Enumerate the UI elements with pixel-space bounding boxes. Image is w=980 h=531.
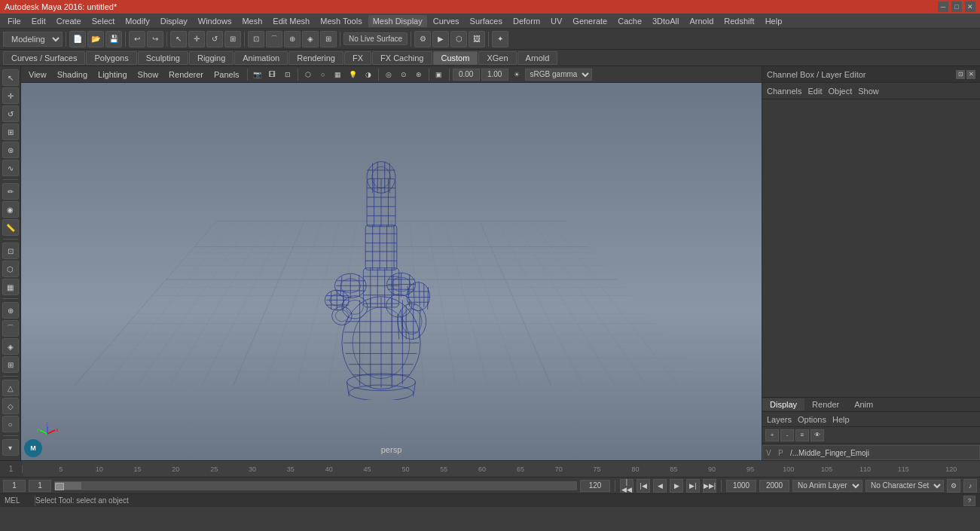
- vp-shadow-btn[interactable]: ◑: [362, 68, 375, 81]
- lt-universal-button[interactable]: ⊛: [2, 142, 19, 158]
- panel-float-button[interactable]: ⊡: [956, 70, 965, 79]
- lt-sculpt-button[interactable]: ◉: [2, 201, 19, 218]
- snap-point-button[interactable]: ⊕: [284, 31, 301, 47]
- lt-soft-button[interactable]: ∿: [2, 160, 19, 176]
- tab-sculpting[interactable]: Sculpting: [138, 51, 188, 65]
- menu-uv[interactable]: UV: [546, 15, 566, 27]
- lt-extra-2[interactable]: ◇: [2, 398, 19, 414]
- menu-mesh-display[interactable]: Mesh Display: [368, 15, 427, 27]
- tab-fx[interactable]: FX: [344, 51, 371, 65]
- timeline-ruler[interactable]: 5 10 15 20 25 30 35 40 45 50 55 60 65 70…: [23, 461, 980, 477]
- tab-polygons[interactable]: Polygons: [86, 51, 136, 65]
- vp-gamma-toggle[interactable]: ☀: [510, 68, 524, 81]
- playback-progress[interactable]: [54, 481, 577, 490]
- vp-camera-btn[interactable]: 📷: [251, 68, 264, 81]
- vp-xray-btn[interactable]: ⊙: [397, 68, 411, 81]
- menu-edit[interactable]: Edit: [27, 15, 50, 27]
- vp-menu-renderer[interactable]: Renderer: [164, 69, 208, 81]
- menu-file[interactable]: File: [3, 15, 26, 27]
- lt-snap-curve[interactable]: ⌒: [2, 320, 19, 337]
- tab-rigging[interactable]: Rigging: [189, 51, 234, 65]
- show-render-button[interactable]: 🖼: [469, 31, 485, 47]
- menu-generate[interactable]: Generate: [568, 15, 612, 27]
- extra-btn-1[interactable]: ✦: [492, 31, 508, 47]
- ch-menu-show[interactable]: Show: [858, 87, 879, 96]
- layer-item[interactable]: V P /...Middle_Finger_Emoji: [762, 445, 980, 460]
- save-file-button[interactable]: 💾: [105, 31, 122, 47]
- lt-snap-surface[interactable]: ⊞: [2, 356, 19, 373]
- menu-mesh-tools[interactable]: Mesh Tools: [316, 15, 366, 27]
- lt-grid-btn[interactable]: ⊡: [2, 243, 19, 259]
- minimize-button[interactable]: ─: [938, 2, 948, 12]
- menu-create[interactable]: Create: [52, 15, 86, 27]
- brp-menu-options[interactable]: Options: [798, 415, 826, 424]
- step-back-button[interactable]: |◀: [637, 479, 650, 493]
- rotate-tool-button[interactable]: ↺: [206, 31, 223, 47]
- brp-tab-display[interactable]: Display: [762, 398, 804, 410]
- vp-grid-btn[interactable]: ⊡: [281, 68, 295, 81]
- move-tool-button[interactable]: ✛: [188, 31, 205, 47]
- playback-end-field[interactable]: [759, 480, 789, 492]
- ch-menu-edit[interactable]: Edit: [808, 87, 822, 96]
- brp-tab-anim[interactable]: Anim: [847, 398, 881, 410]
- open-file-button[interactable]: 📂: [87, 31, 104, 47]
- menu-cache[interactable]: Cache: [613, 15, 646, 27]
- menu-help[interactable]: Help: [761, 15, 787, 27]
- lt-measure-button[interactable]: 📏: [2, 219, 19, 236]
- start-frame-field[interactable]: [3, 480, 26, 492]
- lt-rotate-button[interactable]: ↺: [2, 105, 19, 122]
- tab-custom[interactable]: Custom: [433, 51, 478, 65]
- vp-smooth-btn[interactable]: ○: [316, 68, 330, 81]
- layer-visibility-button[interactable]: 👁: [811, 429, 824, 441]
- autokey-button[interactable]: ⚙: [947, 479, 960, 493]
- tab-xgen[interactable]: XGen: [478, 51, 516, 65]
- skip-end-button[interactable]: ▶▶|: [703, 479, 716, 493]
- end-frame-field[interactable]: [580, 480, 610, 492]
- playback-start-field[interactable]: [726, 480, 756, 492]
- lt-scale-button[interactable]: ⊞: [2, 124, 19, 140]
- vp-xray-active-btn[interactable]: ⊛: [412, 68, 426, 81]
- lt-extra-3[interactable]: ○: [2, 416, 19, 432]
- vp-hud-btn[interactable]: ▣: [432, 68, 446, 81]
- brp-tab-render[interactable]: Render: [804, 398, 847, 410]
- ch-menu-channels[interactable]: Channels: [767, 87, 801, 96]
- tab-curves-surfaces[interactable]: Curves / Surfaces: [3, 51, 85, 65]
- help-line-button[interactable]: ?: [963, 496, 975, 506]
- no-live-surface-button[interactable]: No Live Surface: [343, 32, 408, 45]
- lt-snap-grid[interactable]: ⊕: [2, 302, 19, 319]
- render-settings-button[interactable]: ⚙: [414, 31, 431, 47]
- layer-new-button[interactable]: +: [765, 429, 779, 441]
- lt-snap-pt[interactable]: ◈: [2, 338, 19, 355]
- vp-menu-lighting[interactable]: Lighting: [93, 69, 132, 81]
- layer-options-button[interactable]: ≡: [795, 429, 809, 441]
- vp-input-1[interactable]: [453, 69, 480, 81]
- tab-arnold[interactable]: Arnold: [517, 51, 558, 65]
- tab-rendering[interactable]: Rendering: [289, 51, 343, 65]
- new-file-button[interactable]: 📄: [69, 31, 86, 47]
- viewport-canvas[interactable]: .wire { fill: none; stroke: #2a3a8a; str…: [21, 83, 762, 460]
- menu-3dtoall[interactable]: 3DtoAll: [648, 15, 683, 27]
- menu-display[interactable]: Display: [156, 15, 192, 27]
- select-tool-button[interactable]: ↖: [170, 31, 187, 47]
- menu-edit-mesh[interactable]: Edit Mesh: [268, 15, 314, 27]
- brp-menu-layers[interactable]: Layers: [767, 415, 792, 424]
- skip-start-button[interactable]: |◀◀: [620, 479, 633, 493]
- menu-mesh[interactable]: Mesh: [237, 15, 267, 27]
- play-back-button[interactable]: ◀: [653, 479, 667, 493]
- tab-animation[interactable]: Animation: [234, 51, 288, 65]
- lt-extra-1[interactable]: △: [2, 380, 19, 396]
- play-button[interactable]: ▶: [670, 479, 683, 493]
- lt-move-button[interactable]: ✛: [2, 87, 19, 104]
- lt-display-btn[interactable]: ⬡: [2, 261, 19, 277]
- menu-select[interactable]: Select: [87, 15, 120, 27]
- ch-menu-object[interactable]: Object: [828, 87, 852, 96]
- current-frame-field[interactable]: [29, 480, 51, 492]
- menu-surfaces[interactable]: Surfaces: [466, 15, 507, 27]
- vp-isolate-btn[interactable]: ◎: [382, 68, 395, 81]
- redo-button[interactable]: ↪: [147, 31, 163, 47]
- step-forward-button[interactable]: ▶|: [686, 479, 700, 493]
- menu-redshift[interactable]: Redshift: [719, 15, 759, 27]
- lt-layer-btn[interactable]: ▦: [2, 279, 19, 295]
- vp-film-btn[interactable]: 🎞: [266, 68, 279, 81]
- snap-surface-button[interactable]: ◈: [302, 31, 319, 47]
